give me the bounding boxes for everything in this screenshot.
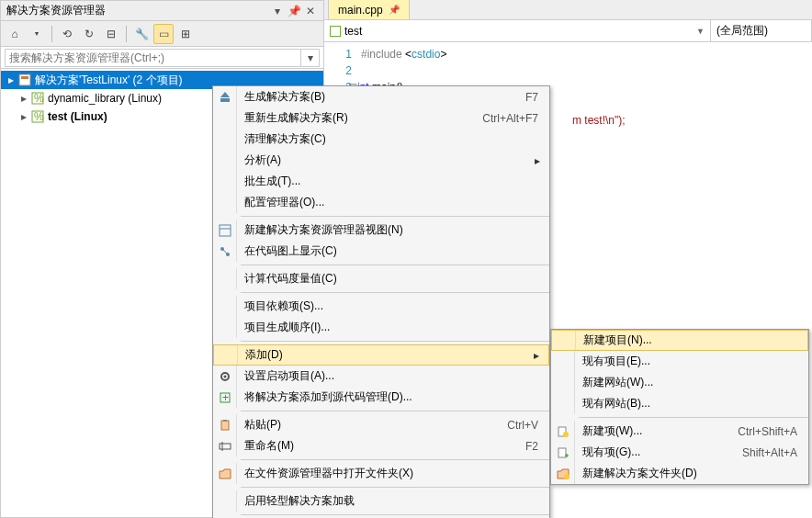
view-icon[interactable]: ⊞ bbox=[175, 24, 196, 44]
panel-titlebar: 解决方案资源管理器 ▾ 📌 ✕ bbox=[1, 1, 323, 21]
folder-icon bbox=[213, 463, 237, 484]
editor-tabbar: main.cpp 📌 bbox=[324, 0, 812, 20]
menu-item-label: 新建解决方案文件夹(D) bbox=[582, 466, 803, 481]
close-icon[interactable]: ✕ bbox=[303, 4, 318, 18]
menu-separator bbox=[241, 411, 549, 411]
menu-item[interactable]: 项目依赖项(S)... bbox=[213, 296, 549, 317]
menu-item-label: 计算代码度量值(C) bbox=[244, 271, 544, 287]
svg-rect-1 bbox=[21, 76, 28, 79]
tab-label: main.cpp bbox=[338, 4, 383, 17]
menu-item[interactable]: 现有网站(B)... bbox=[551, 393, 808, 414]
panel-title: 解决方案资源管理器 bbox=[6, 3, 268, 18]
member-dropdown[interactable]: (全局范围) bbox=[711, 20, 812, 41]
chevron-down-icon: ▼ bbox=[696, 27, 705, 36]
menu-item[interactable]: 清理解决方案(C) bbox=[213, 129, 549, 150]
menu-item[interactable]: 重新生成解决方案(R)Ctrl+Alt+F7 bbox=[213, 107, 549, 129]
blank-icon bbox=[213, 296, 237, 317]
panel-dropdown-icon[interactable]: ▾ bbox=[270, 4, 285, 18]
svg-rect-19 bbox=[220, 444, 231, 449]
search-input[interactable] bbox=[5, 49, 301, 67]
menu-item-label: 在文件资源管理器中打开文件夹(X) bbox=[244, 466, 544, 481]
menu-item[interactable]: +将解决方案添加到源代码管理(D)... bbox=[213, 387, 549, 408]
menu-item[interactable]: 现有项(G)...Shift+Alt+A bbox=[551, 442, 808, 463]
solution-toolbar: ⌂ ▾ ⟲ ↻ ⊟ 🔧 ▭ ⊞ bbox=[1, 21, 323, 47]
menu-item[interactable]: 设置启动项目(A)... bbox=[213, 366, 549, 387]
build-icon bbox=[213, 86, 237, 107]
rename-icon bbox=[213, 435, 237, 456]
menu-item[interactable]: 新建解决方案资源管理器视图(N) bbox=[213, 220, 549, 241]
menu-shortcut: Ctrl+Alt+F7 bbox=[482, 112, 544, 125]
menu-item-label: 现有网站(B)... bbox=[582, 396, 803, 411]
menu-item-label: 项目生成顺序(I)... bbox=[244, 320, 544, 335]
menu-item[interactable]: 计算代码度量值(C) bbox=[213, 268, 549, 289]
home-icon[interactable]: ⌂ bbox=[5, 24, 25, 44]
solution-root-label: 解决方案'TestLinux' (2 个项目) bbox=[35, 73, 183, 88]
tab-pin-icon[interactable]: 📌 bbox=[389, 5, 400, 15]
blank-icon bbox=[213, 171, 237, 192]
menu-item[interactable]: 配置管理器(O)... bbox=[213, 192, 549, 213]
blank-icon bbox=[552, 331, 576, 350]
menu-item[interactable]: 新建项(W)...Ctrl+Shift+A bbox=[551, 421, 808, 442]
menu-item-label: 配置管理器(O)... bbox=[244, 195, 544, 210]
newfolder-icon bbox=[551, 463, 575, 484]
menu-item-label: 项目依赖项(S)... bbox=[244, 298, 544, 314]
blank-icon bbox=[213, 490, 237, 512]
project-icon: % bbox=[30, 109, 45, 124]
existitem-icon bbox=[551, 442, 575, 463]
expand-icon[interactable]: ▸ bbox=[5, 73, 17, 86]
expand-icon[interactable]: ▸ bbox=[17, 92, 30, 105]
svg-line-12 bbox=[222, 249, 228, 254]
menu-item[interactable]: 批生成(T)... bbox=[213, 171, 549, 192]
pin-icon[interactable]: 📌 bbox=[287, 4, 301, 18]
menu-item-label: 启用轻型解决方案加载 bbox=[244, 493, 544, 509]
menu-item[interactable]: 粘贴(P)Ctrl+V bbox=[213, 414, 549, 435]
scope-label: test bbox=[344, 25, 362, 38]
svg-rect-6 bbox=[220, 98, 230, 102]
editor-tab[interactable]: main.cpp 📌 bbox=[328, 0, 410, 19]
menu-item-label: 设置启动项目(A)... bbox=[244, 368, 544, 384]
menu-separator bbox=[241, 487, 549, 488]
menu-separator bbox=[241, 265, 549, 265]
navigation-bar: test ▼ (全局范围) bbox=[324, 20, 812, 42]
menu-item[interactable]: 新建项目(N)... bbox=[551, 330, 808, 351]
svg-point-22 bbox=[563, 432, 569, 437]
menu-item-label: 新建网站(W)... bbox=[582, 375, 803, 390]
menu-item[interactable]: 重命名(M)F2 bbox=[213, 435, 549, 456]
menu-item[interactable]: 新建网站(W)... bbox=[551, 372, 808, 393]
blank-icon bbox=[213, 317, 237, 338]
expand-icon[interactable]: ▸ bbox=[17, 110, 30, 123]
properties-icon[interactable]: 🔧 bbox=[131, 24, 152, 44]
sync-icon[interactable]: ⟲ bbox=[57, 24, 77, 44]
project-label: dynamic_library (Linux) bbox=[48, 92, 162, 105]
menu-item[interactable]: 现有项目(E)... bbox=[551, 351, 808, 372]
blank-icon bbox=[213, 150, 237, 171]
blank-icon bbox=[551, 393, 575, 414]
scope-dropdown[interactable]: test ▼ bbox=[324, 20, 711, 41]
code-fragment: m test!\n"); bbox=[572, 114, 626, 127]
menu-item[interactable]: 新建解决方案文件夹(D) bbox=[551, 463, 808, 484]
menu-separator bbox=[241, 216, 549, 217]
show-all-icon[interactable]: ▭ bbox=[153, 24, 174, 44]
menu-item[interactable]: 启用轻型解决方案加载 bbox=[213, 490, 549, 512]
line-number: 1 bbox=[324, 46, 352, 62]
menu-item-label: 新建项(W)... bbox=[582, 423, 738, 439]
menu-item[interactable]: 在文件资源管理器中打开文件夹(X) bbox=[213, 463, 549, 484]
menu-item[interactable]: 分析(A)▸ bbox=[213, 150, 549, 171]
menu-shortcut: F2 bbox=[525, 440, 544, 453]
back-dropdown-icon[interactable]: ▾ bbox=[27, 24, 47, 44]
menu-shortcut: Ctrl+Shift+A bbox=[738, 425, 803, 438]
newitem-icon bbox=[551, 421, 575, 442]
svg-rect-8 bbox=[220, 225, 231, 236]
menu-item[interactable]: 在代码图上显示(C) bbox=[213, 241, 549, 262]
menu-item[interactable]: 项目生成顺序(I)... bbox=[213, 317, 549, 338]
search-row: ▾ bbox=[1, 47, 323, 69]
menu-item-label: 批生成(T)... bbox=[244, 174, 544, 189]
search-dropdown-button[interactable]: ▾ bbox=[301, 49, 320, 67]
menu-item-label: 新建项目(N)... bbox=[583, 332, 802, 348]
menu-item[interactable]: 生成解决方案(B)F7 bbox=[213, 86, 549, 107]
refresh-icon[interactable]: ↻ bbox=[79, 24, 99, 44]
project-icon: % bbox=[30, 91, 45, 106]
collapse-icon[interactable]: ⊟ bbox=[101, 24, 121, 44]
menu-separator bbox=[241, 459, 549, 460]
menu-item[interactable]: 添加(D)▸ bbox=[213, 344, 549, 366]
